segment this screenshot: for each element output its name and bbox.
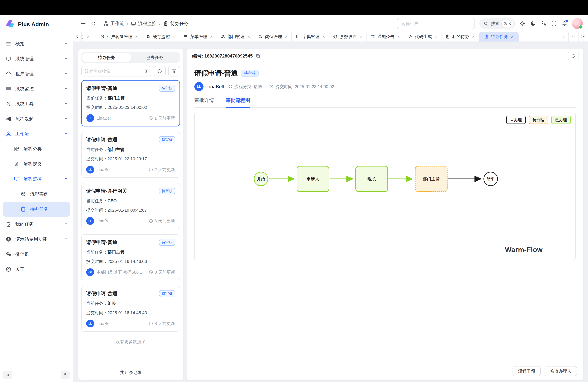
submit-time-label: 提交时间： [86, 310, 107, 315]
sidebar-item-process-monitor[interactable]: 流程监控 [0, 171, 73, 187]
content-maximize-button[interactable] [578, 32, 588, 42]
chevron-down-icon [64, 236, 68, 242]
search-shortcut-badge: ⌘ K [502, 21, 513, 27]
fullscreen-icon[interactable] [551, 21, 557, 26]
close-icon[interactable]: × [511, 34, 513, 39]
sidebar-item-workflow[interactable]: 工作流 [0, 127, 73, 142]
tabs-scroll-left-button[interactable] [73, 32, 82, 42]
tab-department-mgmt[interactable]: 部门管理 × [217, 32, 254, 42]
reset-button[interactable] [154, 66, 166, 76]
brand[interactable]: Plus Admin [0, 15, 73, 33]
tab-todo-tasks[interactable]: 待办任务 × [479, 32, 519, 42]
app-window: Plus Admin 概览 系统管理 租户管理 系统监控 [0, 15, 588, 382]
breadcrumb-item-workflow[interactable]: 工作流 [103, 21, 124, 27]
language-translate-icon[interactable] [541, 21, 546, 26]
gear-icon[interactable] [520, 21, 525, 26]
tenant-select-input[interactable] [397, 18, 475, 29]
chevron-down-icon [64, 56, 68, 62]
close-icon[interactable]: × [248, 34, 250, 39]
close-icon[interactable]: × [285, 34, 288, 39]
breadcrumb-item-todo-tasks[interactable]: 待办任务 [163, 21, 189, 27]
notifications-bell-icon[interactable] [562, 21, 567, 26]
user-avatar[interactable] [572, 18, 583, 29]
tabs-scroll-right-button[interactable] [559, 32, 568, 42]
search-label: 搜索 [491, 21, 499, 26]
segment-todo-tasks[interactable]: 待办任务 [82, 53, 131, 62]
sidebar-item-todo-tasks[interactable]: 待办任务 [3, 202, 70, 217]
process-intervene-button[interactable]: 流程干预 [513, 366, 541, 376]
close-icon[interactable]: × [472, 34, 475, 39]
flow-node-department-manager[interactable]: 部门主管 [415, 166, 447, 192]
tab-my-todo[interactable]: 我的待办 × [441, 32, 479, 42]
clock-icon [149, 167, 153, 172]
flow-node-team-leader[interactable]: 组长 [356, 166, 388, 192]
notification-dot [566, 20, 568, 22]
sidebar-item-about[interactable]: 关于 [0, 262, 73, 277]
global-search-button[interactable]: 搜索 ⌘ K [479, 18, 515, 29]
close-icon[interactable]: × [322, 34, 325, 39]
tab-partial[interactable]: × [82, 32, 96, 42]
breadcrumb-item-process-monitor[interactable]: 流程监控 [131, 21, 156, 27]
tab-code-generation[interactable]: 代码生成 × [404, 32, 441, 42]
task-card[interactable]: 请假申请-普通 待审核 当前任务：部门主管 提交时间：2025-01-23 14… [81, 80, 180, 127]
task-card[interactable]: 请假申请-并行网关 待审核 当前任务：CEO 提交时间：2025-01-18 0… [81, 183, 180, 229]
filter-button[interactable] [168, 66, 180, 76]
submit-time-value: 2025-01-16 14:46:06 [107, 259, 147, 264]
sidebar-item-wechat-group[interactable]: 微信群 [0, 247, 73, 262]
close-icon[interactable]: × [173, 34, 175, 39]
change-assignee-button[interactable]: 修改办理人 [545, 366, 577, 376]
pin-sidebar-button[interactable] [61, 371, 70, 379]
tab-tenant-package[interactable]: 租户套餐管理 × [96, 32, 142, 42]
tab-approval-diagram[interactable]: 审批流程图 [226, 97, 250, 107]
close-icon[interactable]: × [210, 34, 212, 39]
cube-icon [20, 191, 26, 197]
tab-cache-monitor[interactable]: 缓存监控 × [142, 32, 179, 42]
tab-notice-announcement[interactable]: 通知公告 × [367, 32, 404, 42]
sidebar-item-system-tools[interactable]: 系统工具 [0, 96, 73, 111]
sidebar-item-my-tasks[interactable]: 我的任务 [0, 217, 73, 232]
close-icon[interactable]: × [87, 34, 89, 39]
task-card[interactable]: 请假申请-普通 待审核 当前任务：部门主管 提交时间：2025-01-22 10… [81, 132, 180, 178]
sidebar-item-process-instance[interactable]: 流程实例 [0, 187, 73, 202]
close-icon[interactable]: × [397, 34, 400, 39]
detail-refresh-button[interactable] [568, 52, 579, 60]
sidebar-item-system-monitor[interactable]: 系统监控 [0, 81, 73, 96]
sidebar-item-process-definition[interactable]: 流程定义 [0, 156, 73, 171]
task-card[interactable]: 请假申请-普通 待审核 当前任务：组长 提交时间：2025-01-16 14:4… [81, 286, 180, 332]
dark-mode-moon-icon[interactable] [530, 21, 536, 26]
task-card[interactable]: 请假申请-普通 待审核 当前任务：部门主管 提交时间：2025-01-16 14… [81, 234, 180, 280]
collapse-sidebar-button[interactable] [3, 371, 12, 379]
tab-position-mgmt[interactable]: 岗位管理 × [254, 32, 292, 42]
breadcrumb: 工作流 › 流程监控 › 待办任务 [103, 21, 189, 27]
flow-node-start[interactable]: 开始 [254, 172, 268, 186]
tools-icon [5, 101, 11, 107]
close-icon[interactable]: × [360, 34, 362, 39]
refresh-icon[interactable] [91, 21, 96, 26]
hamburger-menu-icon[interactable] [80, 21, 86, 26]
chevron-down-icon [64, 71, 68, 77]
tab-approval-detail[interactable]: 审批详情 [194, 97, 214, 107]
tab-parameter-settings[interactable]: 参数设置 × [329, 32, 367, 42]
sidebar-item-label: 关于 [15, 266, 24, 272]
process-name-search [81, 66, 151, 76]
sidebar-item-process-start[interactable]: 流程发起 [0, 111, 73, 127]
sidebar-item-demo-features[interactable]: 演示站专用功能 [0, 232, 73, 247]
search-input[interactable] [82, 69, 140, 74]
flow-node-end[interactable]: 结束 [483, 172, 498, 186]
segment-done-tasks[interactable]: 已办任务 [131, 53, 179, 62]
sidebar-item-process-category[interactable]: 流程分类 [0, 142, 73, 156]
close-icon[interactable]: × [135, 34, 138, 39]
tab-dictionary-mgmt[interactable]: 字典管理 × [292, 32, 329, 42]
tabs-dropdown-button[interactable] [568, 32, 578, 42]
task-card-list: 请假申请-普通 待审核 当前任务：部门主管 提交时间：2025-01-23 14… [78, 76, 183, 365]
search-button[interactable] [140, 66, 151, 76]
status-badge: 待审核 [159, 239, 175, 246]
tab-menu-mgmt[interactable]: 菜单管理 × [179, 32, 217, 42]
sidebar-item-tenant-mgmt[interactable]: 租户管理 [0, 66, 73, 81]
copy-icon[interactable] [255, 53, 260, 59]
sidebar-item-system-mgmt[interactable]: 系统管理 [0, 51, 73, 66]
flow-node-applicant[interactable]: 申请人 [297, 166, 329, 192]
sidebar-item-overview[interactable]: 概览 [0, 36, 73, 51]
close-icon[interactable]: × [435, 34, 437, 39]
record-count: 共 5 条记录 [78, 365, 183, 380]
